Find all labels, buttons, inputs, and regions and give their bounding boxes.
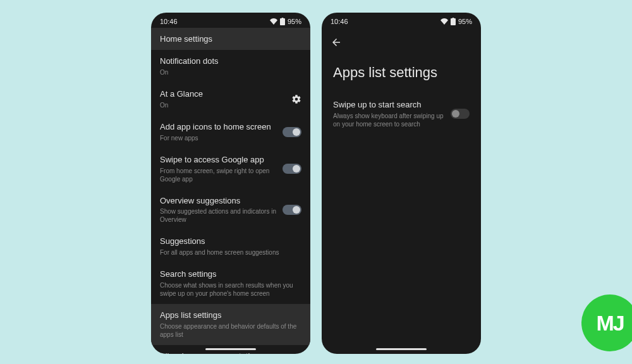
navigation-bar[interactable]	[205, 348, 256, 350]
setting-title: Swipe to access Google app	[160, 155, 277, 166]
svg-rect-1	[281, 18, 283, 19]
toggle-switch[interactable]	[283, 127, 301, 137]
wifi-icon	[441, 18, 448, 25]
battery-percent: 95%	[458, 18, 472, 25]
setting-notification-dots[interactable]: Notification dots On	[151, 50, 310, 83]
setting-subtitle: For new apps	[160, 134, 277, 142]
status-bar: 10:46 95%	[322, 13, 481, 28]
setting-title: Overview suggestions	[160, 196, 277, 207]
page-title: Apps list settings	[322, 53, 481, 94]
setting-title: Search settings	[160, 269, 301, 280]
setting-subtitle: For all apps and home screen suggestions	[160, 248, 301, 257]
svg-rect-2	[451, 18, 456, 25]
svg-rect-3	[452, 18, 454, 19]
logo-text: MJ	[596, 311, 623, 336]
toggle-switch[interactable]	[283, 205, 301, 215]
setting-title: Apps list settings	[160, 310, 301, 321]
toggle-switch[interactable]	[283, 164, 301, 174]
setting-add-app-icons[interactable]: Add app icons to home screen For new app…	[151, 116, 310, 149]
setting-overview-suggestions[interactable]: Overview suggestions Show suggested acti…	[151, 190, 310, 231]
wifi-icon	[270, 18, 277, 25]
setting-title: Notification dots	[160, 56, 301, 67]
battery-icon	[280, 18, 285, 25]
phone-screen-home-settings: 10:46 95% Home settings Notification dot…	[151, 13, 310, 354]
phone-screen-apps-list-settings: 10:46 95% Apps list settings Swipe up to…	[322, 13, 481, 354]
setting-subtitle: Show suggested actions and indicators in…	[160, 207, 277, 224]
setting-title: Swipe up to start search	[333, 100, 446, 111]
setting-apps-list-settings[interactable]: Apps list settings Choose appearance and…	[151, 304, 310, 345]
setting-subtitle: On	[160, 68, 301, 76]
status-time: 10:46	[160, 18, 178, 25]
header-title: Home settings	[151, 28, 310, 50]
svg-rect-0	[280, 18, 285, 25]
setting-search-settings[interactable]: Search settings Choose what shows in sea…	[151, 263, 310, 304]
setting-swipe-up-search[interactable]: Swipe up to start search Always show key…	[322, 94, 481, 135]
watermark-logo: MJ	[581, 294, 632, 351]
battery-percent: 95%	[288, 18, 301, 25]
setting-title: Suggestions	[160, 236, 301, 247]
arrow-back-icon	[331, 37, 342, 48]
setting-title: At a Glance	[160, 89, 286, 100]
settings-list: Notification dots On At a Glance On Add …	[151, 50, 310, 354]
battery-icon	[451, 18, 456, 25]
setting-subtitle: Always show keyboard after swiping up on…	[333, 112, 446, 128]
setting-title: Allow home screen rotation	[160, 351, 277, 354]
setting-title: Add app icons to home screen	[160, 122, 277, 133]
gear-icon[interactable]	[291, 94, 301, 104]
setting-subtitle: On	[160, 101, 286, 109]
status-time: 10:46	[331, 18, 348, 25]
setting-suggestions[interactable]: Suggestions For all apps and home screen…	[151, 230, 310, 263]
navigation-bar[interactable]	[376, 348, 427, 350]
setting-subtitle: From home screen, swipe right to open Go…	[160, 167, 277, 183]
status-bar: 10:46 95%	[151, 13, 310, 28]
setting-subtitle: Choose what shows in search results when…	[160, 281, 301, 298]
setting-swipe-google[interactable]: Swipe to access Google app From home scr…	[151, 149, 310, 190]
status-icons: 95%	[441, 18, 472, 25]
setting-subtitle: Choose appearance and behavior defaults …	[160, 322, 301, 339]
status-icons: 95%	[270, 18, 301, 25]
setting-at-a-glance[interactable]: At a Glance On	[151, 83, 310, 116]
back-button[interactable]	[322, 28, 481, 53]
toggle-switch[interactable]	[451, 109, 470, 119]
